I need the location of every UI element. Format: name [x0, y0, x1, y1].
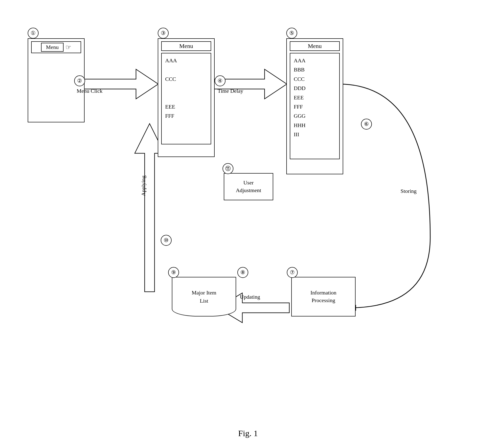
information-processing-box: Information Processing	[291, 277, 356, 316]
circle-4: ④	[215, 75, 225, 86]
hand-cursor-icon: ☞	[66, 44, 71, 51]
figure-caption: Fig. 1	[238, 429, 258, 438]
circle-3: ③	[158, 28, 169, 39]
major-item-list-box: Major Item List	[172, 277, 236, 316]
circle-10: ⑩	[161, 235, 172, 246]
applying-label: Applying	[140, 176, 147, 196]
screen3-content: AAA CCC EEE FFF	[161, 53, 211, 144]
circle-2: ②	[74, 75, 85, 86]
screen5-titlebar: Menu	[290, 41, 340, 51]
circle-11: ⑪	[223, 163, 233, 174]
updating-label: Updating	[240, 294, 260, 300]
menu-button[interactable]: Menu	[41, 43, 64, 52]
menu-click-label: Menu Click	[77, 88, 103, 94]
circle-7: ⑦	[287, 267, 298, 278]
storing-label: Storing	[401, 188, 417, 194]
circle-5: ⑤	[286, 28, 297, 39]
circle-1: ①	[28, 28, 39, 39]
time-delay-label: Time Delay	[218, 88, 243, 94]
screen1-titlebar: Menu ☞	[31, 41, 81, 53]
circle-8: ⑧	[237, 267, 248, 278]
screen-3: Menu AAA CCC EEE FFF	[158, 38, 215, 157]
user-adjustment-box: User Adjustment	[224, 173, 273, 200]
screen5-content: AAA BBB CCC DDD EEE FFF GGG HHH III	[290, 53, 340, 159]
circle-9: ⑨	[168, 267, 179, 278]
screen3-titlebar: Menu	[161, 41, 211, 51]
screen-5: Menu AAA BBB CCC DDD EEE FFF GGG HHH III	[286, 38, 343, 174]
circle-6: ⑥	[361, 119, 372, 130]
svg-marker-3	[73, 69, 158, 99]
